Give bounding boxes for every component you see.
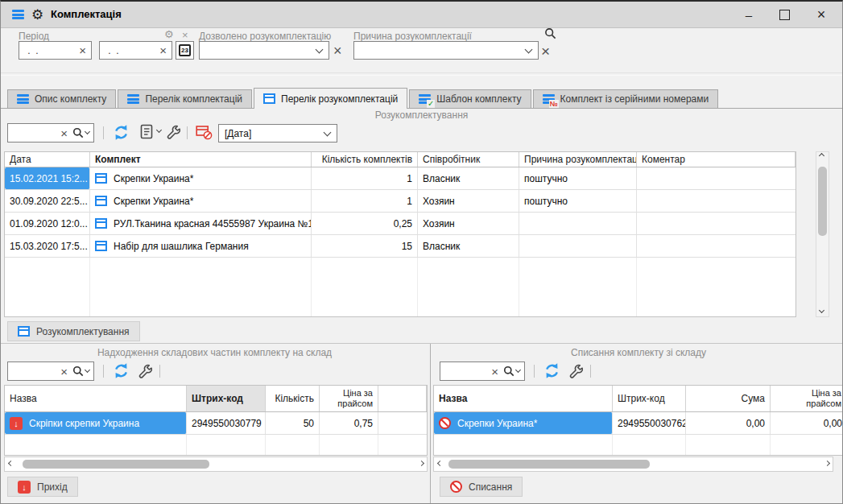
employee-cell[interactable]: Хозяин (418, 190, 519, 212)
clear-filter-icon[interactable] (196, 125, 213, 140)
search-icon[interactable] (503, 366, 514, 377)
search-icon[interactable] (544, 27, 556, 39)
scroll-left-icon[interactable] (5, 457, 16, 471)
minimize-button[interactable]: – (735, 2, 762, 27)
qty-cell[interactable]: 1 (312, 167, 418, 189)
col-kit[interactable]: Комплект (90, 152, 312, 167)
search-options-chevron-icon[interactable] (85, 367, 90, 373)
allowed-clear-icon[interactable]: × (333, 43, 342, 58)
search-options-chevron-icon[interactable] (85, 129, 90, 134)
col-name[interactable]: Назва (434, 386, 613, 411)
search-clear-icon[interactable]: × (491, 366, 498, 378)
refresh-icon[interactable] (113, 124, 130, 141)
search-clear-icon[interactable]: × (60, 127, 68, 139)
main-search-input[interactable]: × (7, 123, 94, 143)
table-row[interactable]: 01.09.2020 12:0... РУЛ.Тканина красная 4… (5, 213, 795, 235)
refresh-icon[interactable] (543, 362, 560, 379)
scroll-left-icon[interactable] (434, 457, 445, 471)
scrollbar-thumb[interactable] (818, 167, 827, 236)
employee-cell[interactable]: Власник (418, 235, 519, 257)
comment-cell[interactable] (637, 235, 795, 257)
date-from-input[interactable]: . . × (19, 41, 92, 60)
scroll-right-icon[interactable] (821, 457, 833, 471)
qty-cell[interactable]: 1 (312, 190, 418, 212)
price-cell[interactable]: 0,00 (771, 412, 843, 434)
search-options-chevron-icon[interactable] (515, 367, 521, 373)
col-barcode[interactable]: Штрих-код (613, 386, 686, 411)
vertical-scrollbar[interactable] (816, 151, 829, 317)
col-employee[interactable]: Співробітник (418, 152, 519, 167)
calendar-button[interactable]: 23 (176, 41, 194, 60)
tab-shablon-komplektu[interactable]: ✓ Шаблон комплекту (409, 89, 531, 108)
period-clear-icon[interactable]: × (182, 30, 188, 40)
kit-cell[interactable]: Набір для шашлика Германия (90, 235, 312, 257)
col-comment[interactable]: Коментар (637, 152, 795, 167)
reason-cell[interactable] (519, 213, 637, 234)
scrollbar-thumb[interactable] (448, 460, 650, 469)
close-button[interactable]: × (808, 2, 835, 27)
reason-cell[interactable] (519, 235, 637, 257)
employee-cell[interactable]: Власник (418, 167, 519, 189)
barcode-cell[interactable]: 2949550030779 (187, 412, 266, 434)
comment-cell[interactable] (637, 213, 795, 234)
col-qty[interactable]: Кількість (266, 386, 320, 411)
table-row[interactable]: 15.03.2020 17:5... Набір для шашлика Гер… (5, 235, 795, 258)
tab-perelik-rozukomplektatsii[interactable]: Перелік розукомплектацій (254, 88, 407, 109)
incoming-search-input[interactable]: × (7, 361, 94, 381)
kit-cell[interactable]: РУЛ.Тканина красная 44555987 Украина №1 (90, 213, 312, 234)
report-options-chevron-icon[interactable] (156, 127, 162, 133)
wrench-icon[interactable] (568, 363, 585, 379)
allowed-combobox[interactable] (199, 41, 329, 60)
col-date[interactable]: Дата (5, 152, 90, 167)
table-row[interactable]: 15.02.2021 15:2... Скрепки Украина* 1 Вл… (5, 167, 795, 190)
barcode-cell[interactable]: 2949550030762 (613, 412, 686, 434)
reason-combobox[interactable] (353, 41, 539, 60)
name-cell[interactable]: Скрепки Украина* (434, 412, 613, 434)
date-cell[interactable]: 01.09.2020 12:0... (5, 213, 90, 234)
disassembly-button[interactable]: Розукомплектування (7, 321, 140, 341)
maximize-button[interactable] (771, 2, 798, 27)
period-settings-gear-icon[interactable]: ⚙ (164, 28, 174, 40)
qty-cell[interactable]: 0,25 (312, 213, 418, 234)
comment-cell[interactable] (637, 167, 795, 189)
col-barcode[interactable]: Штрих-код (187, 386, 266, 411)
tab-perelik-komplektatsii[interactable]: Перелік комплектацій (118, 89, 252, 108)
name-cell[interactable]: ↓ Скріпки скрепки Украина (5, 412, 187, 434)
table-row[interactable]: ↓ Скріпки скрепки Украина 2949550030779 … (5, 412, 427, 435)
qty-cell[interactable]: 15 (312, 235, 418, 257)
reason-clear-icon[interactable]: × (541, 43, 550, 59)
date-cell[interactable]: 15.03.2020 17:5... (5, 235, 90, 257)
date-to-clear-icon[interactable]: × (159, 44, 167, 56)
writeoff-button[interactable]: Списання (440, 477, 523, 497)
scroll-down-icon[interactable] (819, 308, 824, 313)
sum-cell[interactable]: 0,00 (686, 412, 771, 434)
table-row[interactable]: 30.09.2020 22:5... Скрепки Украина* 1 Хо… (5, 190, 795, 213)
col-name[interactable]: Назва (5, 386, 187, 411)
incoming-button[interactable]: ↓ Прихід (7, 477, 78, 497)
date-from-clear-icon[interactable]: × (79, 44, 86, 56)
date-cell[interactable]: 15.02.2021 15:2... (5, 167, 90, 189)
col-price[interactable]: Ціна за прайсом (320, 386, 378, 411)
writeoff-search-input[interactable]: × (440, 361, 525, 381)
table-row[interactable]: Скрепки Украина* 2949550030762 0,00 0,00 (434, 412, 843, 435)
scrollbar-thumb[interactable] (23, 460, 209, 469)
date-cell[interactable]: 30.09.2020 22:5... (5, 190, 90, 212)
qty-cell[interactable]: 50 (266, 412, 320, 434)
refresh-icon[interactable] (113, 362, 130, 379)
tab-opys-komplektu[interactable]: Опис комплекту (7, 89, 116, 108)
reason-cell[interactable]: поштучно (519, 167, 637, 189)
comment-cell[interactable] (637, 190, 795, 212)
horizontal-scrollbar[interactable] (433, 456, 833, 472)
report-clipboard-icon[interactable] (139, 123, 154, 140)
sort-column-combobox[interactable]: [Дата] (218, 124, 337, 143)
scroll-right-icon[interactable] (415, 457, 427, 471)
scroll-up-icon[interactable] (819, 153, 824, 159)
col-reason[interactable]: Причина розукомплектації (519, 152, 637, 167)
col-qty[interactable]: Кількість комплектів (312, 152, 418, 167)
kit-cell[interactable]: Скрепки Украина* (90, 190, 312, 212)
search-icon[interactable] (72, 366, 84, 377)
kit-cell[interactable]: Скрепки Украина* (90, 167, 312, 189)
employee-cell[interactable]: Хозяин (418, 213, 519, 234)
reason-cell[interactable]: поштучно (519, 190, 637, 212)
wrench-icon[interactable] (138, 363, 154, 379)
